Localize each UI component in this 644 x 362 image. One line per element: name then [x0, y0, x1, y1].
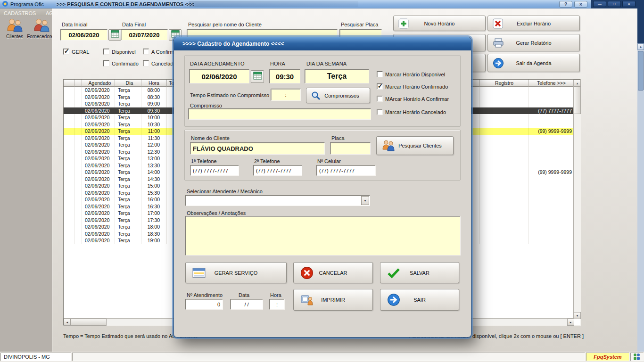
dia-semana-input[interactable]: Terça — [305, 69, 369, 83]
marcar-confirmado-row[interactable]: Marcar Horário Confirmado — [377, 83, 448, 90]
grid-cell — [74, 148, 82, 156]
child-window-controls: ? × — [559, 1, 587, 8]
nome-cliente-input[interactable]: FLÁVIO QUADRADO — [190, 142, 325, 155]
imprimir-button[interactable]: IMPRIMIR — [293, 289, 373, 311]
grid-cell: 02/06/2020 — [82, 217, 115, 224]
novo-horario-button[interactable]: Novo Horário — [393, 16, 486, 31]
statusbar: DIVINOPOLIS - MG FpqSystem — [0, 352, 644, 362]
marcar-disponivel-row[interactable]: Marcar Horário Disponivel — [377, 71, 445, 77]
clientes-button[interactable]: Clientes — [3, 18, 26, 47]
scroll-left-icon[interactable]: ◄ — [64, 319, 71, 326]
data-final-input[interactable]: 02/07/2020 — [121, 29, 168, 41]
cancelar-button[interactable]: CANCELAR — [293, 262, 373, 283]
tempo-estimado-input[interactable]: : — [271, 89, 301, 101]
atendente-dropdown[interactable]: ▼ — [185, 195, 370, 206]
help-button[interactable]: ? — [559, 1, 572, 8]
restore-button[interactable]: □ — [608, 1, 621, 7]
dialog-sair-button[interactable]: SAIR — [380, 289, 459, 311]
cancelado-checkbox[interactable] — [143, 60, 149, 66]
grid-cell: Terça — [115, 203, 141, 210]
celular-input[interactable]: (77) 7777-7777 — [316, 165, 376, 176]
data-agendamento-input[interactable]: 02/06/2020 — [189, 69, 249, 83]
calendar-icon — [253, 72, 262, 82]
grid-header-hora[interactable]: Hora — [141, 80, 167, 87]
observacoes-textarea[interactable] — [185, 216, 461, 255]
scroll-up-icon[interactable]: ▲ — [574, 80, 581, 87]
tel2-input[interactable]: (77) 7777-7777 — [253, 165, 302, 176]
grid-header-agendado[interactable]: Agendado — [82, 80, 115, 87]
compromisso-input[interactable] — [188, 108, 371, 120]
salvar-button[interactable]: SALVAR — [380, 262, 459, 283]
marcar-confirmado-label: Marcar Horário Confirmado — [385, 84, 448, 90]
grid-cell — [529, 230, 574, 238]
compromissos-button[interactable]: Compromissos — [306, 88, 370, 103]
marcar-disponivel-label: Marcar Horário Disponivel — [385, 72, 445, 77]
child-close-button[interactable]: × — [574, 1, 587, 8]
a-confirmar-checkbox[interactable] — [143, 49, 149, 55]
fornecedores-button[interactable]: Fornecedores — [27, 18, 53, 47]
scroll-down-icon[interactable]: ▼ — [574, 312, 581, 319]
marcar-a-confirmar-label: MArcar Horário A Confirmar — [385, 96, 449, 102]
dialog-hora-input[interactable]: : — [269, 299, 285, 310]
mdi-scroll-up-icon[interactable]: ▲ — [637, 43, 644, 50]
hora-input[interactable]: 09:30 — [269, 69, 300, 83]
marcar-cancelado-row[interactable]: Marcar Horário Cancelado — [377, 109, 446, 115]
horizontal-scroll-thumb[interactable] — [71, 319, 107, 326]
dropdown-arrow-icon[interactable]: ▼ — [361, 196, 369, 205]
close-button[interactable]: × — [622, 1, 636, 7]
grid-cell — [480, 114, 529, 121]
disponivel-checkbox-row[interactable]: Disponivel — [103, 49, 136, 55]
menu-cadastros[interactable]: CADASTROS — [0, 9, 40, 16]
grid-header-dia[interactable]: Dia — [115, 80, 141, 87]
marcar-a-confirmar-checkbox[interactable] — [377, 96, 383, 102]
mdi-area-scrollbar[interactable]: ▲ — [637, 8, 644, 352]
dialog-titlebar[interactable]: >>>> Cadastro do Agendamento <<<< — [174, 37, 471, 50]
grid-cell: 02/06/2020 — [82, 121, 115, 128]
atendimento-input[interactable]: 0 — [185, 299, 223, 310]
placa-input[interactable] — [330, 142, 371, 155]
geral-checkbox-row[interactable]: GERAL — [63, 49, 89, 55]
grid-vertical-scrollbar[interactable]: ▲ ▼ — [573, 80, 580, 319]
grid-header-registro[interactable]: Registro — [480, 80, 529, 87]
confirmado-checkbox-label: Confirmado — [112, 61, 139, 66]
marcar-confirmado-checkbox[interactable] — [377, 83, 383, 90]
geral-checkbox[interactable] — [63, 49, 69, 55]
grid-cell: Terça — [115, 94, 141, 101]
data-inicial-calendar-button[interactable] — [108, 29, 121, 41]
marcar-disponivel-checkbox[interactable] — [377, 71, 383, 77]
taskbar-app[interactable]: Programa Ofic — [2, 0, 44, 8]
grid-cell: 15:30 — [141, 189, 167, 197]
sair-da-agenda-button[interactable]: Sair da Agenda — [487, 54, 580, 72]
disponivel-checkbox[interactable] — [103, 49, 109, 55]
data-inicial-input[interactable]: 02/06/2020 — [60, 29, 107, 41]
dia-semana-label: DIA DA SEMANA — [306, 61, 347, 66]
dialog-calendar-button[interactable] — [251, 70, 264, 83]
marcar-cancelado-checkbox[interactable] — [377, 109, 383, 115]
clientes-people-icon — [6, 18, 24, 33]
confirmado-checkbox[interactable] — [103, 60, 109, 66]
grid-cell — [64, 237, 74, 244]
gerar-servico-button[interactable]: GERAR SERVIÇO — [185, 262, 287, 283]
plus-icon — [398, 18, 409, 29]
grid-header-telefone[interactable]: Telefone >>> — [529, 80, 574, 87]
sair-da-agenda-label: Sair da Agenda — [516, 60, 551, 66]
vertical-scroll-thumb[interactable] — [574, 87, 581, 114]
grid-cell: 02/06/2020 — [82, 148, 115, 156]
grid-cell — [529, 121, 574, 128]
dialog-data-input[interactable]: / / — [230, 299, 263, 310]
mdi-scroll-thumb[interactable] — [638, 51, 644, 90]
grid-cell — [64, 169, 74, 176]
confirmado-checkbox-row[interactable]: Confirmado — [103, 60, 139, 66]
grid-cell — [74, 128, 82, 135]
grid-cell: Terça — [115, 182, 141, 189]
excluir-horario-button[interactable]: Excluir Horário — [487, 16, 580, 31]
cancelado-checkbox-row[interactable]: Cancelado — [143, 60, 176, 66]
marcar-a-confirmar-row[interactable]: MArcar Horário A Confirmar — [377, 96, 449, 102]
grid-cell: (77) 7777-7777 — [529, 107, 574, 115]
tel1-input[interactable]: (77) 7777-7777 — [190, 165, 239, 176]
pesquisar-clientes-button[interactable]: Pesquisar Clientes — [376, 136, 454, 155]
grid-cell: 14:00 — [141, 169, 167, 176]
scroll-right-icon[interactable]: ► — [567, 319, 574, 326]
gerar-relatorio-button[interactable]: Gerar Relatório — [487, 34, 580, 51]
minimize-button[interactable]: — — [593, 1, 606, 7]
